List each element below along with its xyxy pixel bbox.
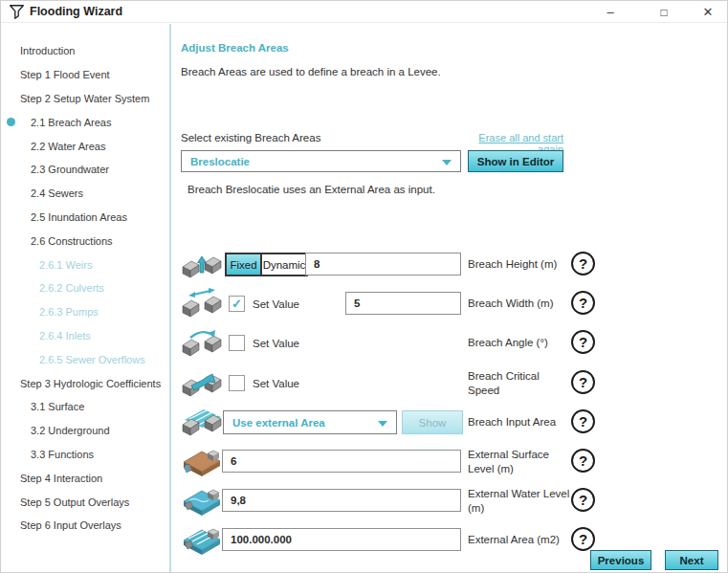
form-row-external-area: External Area (m2) ? [181,520,611,560]
next-button[interactable]: Next [665,550,718,570]
breach-critical-speed-icon [181,365,223,401]
set-value-label: Set Value [253,284,299,323]
help-icon[interactable]: ? [571,330,595,354]
fixed-dynamic-toggle: Fixed Dynamic [225,253,308,276]
breach-critical-speed-label: Breach Critical Speed [468,364,571,403]
external-water-level-input[interactable] [222,489,461,512]
help-icon[interactable]: ? [571,449,595,473]
page-title: Adjust Breach Areas [181,42,289,54]
main-content: Adjust Breach Areas Breach Areas are use… [1,1,728,573]
help-icon[interactable]: ? [571,291,595,315]
flooding-wizard-window: Flooding Wizard – □ ✕ IntroductionStep 1… [0,0,728,573]
help-icon[interactable]: ? [571,409,595,433]
external-surface-level-input[interactable] [222,450,461,473]
help-icon[interactable]: ? [571,527,595,551]
breach-height-label: Breach Height (m) [468,245,571,284]
breach-height-input[interactable] [305,253,461,275]
external-area-icon [181,522,223,558]
breach-width-label: Breach Width (m) [468,284,571,323]
form-row-breach-width: ✓ Set Value Breach Width (m) ? [181,284,611,323]
breach-input-area-icon [181,405,223,440]
show-in-editor-button[interactable]: Show in Editor [468,150,563,172]
breach-input-area-label: Breach Input Area [468,403,571,442]
breach-areas-dropdown[interactable]: Breslocatie [181,150,461,172]
previous-button[interactable]: Previous [590,550,651,570]
breach-input-area-dropdown-value: Use external Area [232,417,325,429]
form-row-breach-critical-speed: Set Value Breach Critical Speed ? [181,364,611,403]
breach-height-icon [181,247,223,282]
external-water-level-icon [181,483,223,518]
set-value-checkbox[interactable]: ✓ [229,296,245,312]
form-row-breach-height: Fixed Dynamic Breach Height (m) ? [181,245,611,284]
form-row-external-surface-level: External Surface Level (m) ? [181,442,611,481]
toggle-option-dynamic[interactable]: Dynamic [262,254,306,275]
external-area-input[interactable] [222,528,461,551]
external-area-label: External Area (m2) [468,520,571,560]
chevron-down-icon [442,160,452,165]
toggle-option-fixed[interactable]: Fixed [227,254,262,275]
help-icon[interactable]: ? [571,252,595,275]
external-surface-level-label: External Surface Level (m) [468,442,571,481]
page-description: Breach Areas are used to define a breach… [181,66,441,77]
breach-input-area-dropdown[interactable]: Use external Area [223,410,397,434]
select-breach-areas-label: Select existing Breach Areas [181,132,320,143]
form-row-breach-angle: Set Value Breach Angle (°) ? [181,323,611,363]
set-value-checkbox[interactable] [229,335,245,351]
form-row-breach-input-area: Use external Area Show Breach Input Area… [181,403,611,442]
breach-angle-icon [181,325,223,361]
help-icon[interactable]: ? [571,370,595,394]
breach-width-icon [181,286,223,321]
breach-note: Breach Breslocatie uses an External Area… [188,184,435,195]
set-value-checkbox[interactable] [229,375,245,391]
help-icon[interactable]: ? [571,488,595,512]
external-water-level-label: External Water Level (m) [468,481,571,520]
external-surface-level-icon [181,444,223,479]
set-value-label: Set Value [253,323,299,363]
breach-areas-dropdown-value: Breslocatie [190,156,250,167]
form-row-external-water-level: External Water Level (m) ? [181,481,611,520]
breach-width-input[interactable] [345,292,461,315]
chevron-down-icon [378,421,387,427]
set-value-label: Set Value [253,364,299,403]
show-button-disabled[interactable]: Show [402,410,463,434]
breach-angle-label: Breach Angle (°) [468,323,571,363]
